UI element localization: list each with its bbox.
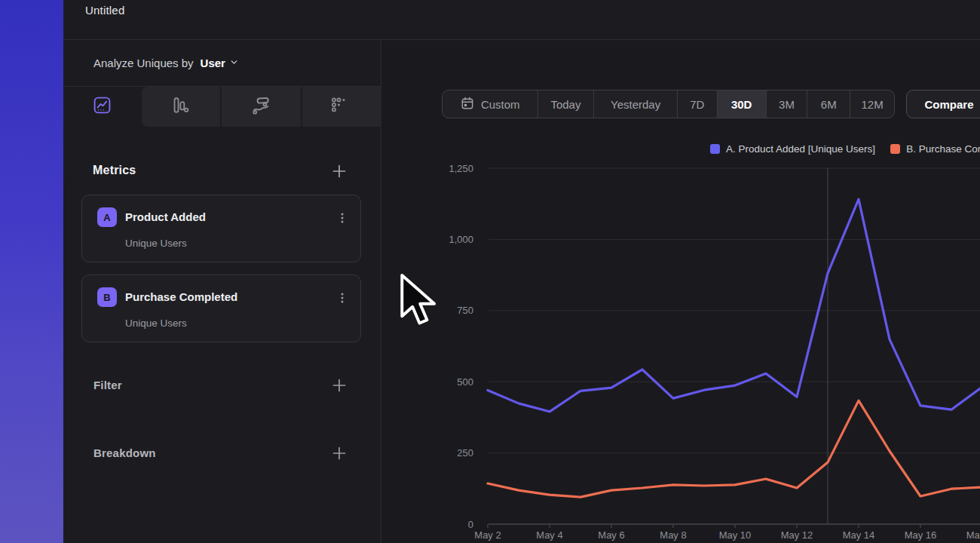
- compare-button[interactable]: Compare: [906, 90, 980, 118]
- metric-card-b[interactable]: B Purchase Completed Unique Users: [81, 275, 361, 342]
- analyze-row: Analyze Uniques by User: [93, 40, 239, 86]
- line-chart-icon: [92, 95, 112, 118]
- range-label: 12M: [862, 98, 884, 111]
- top-bar: Untitled: [63, 0, 980, 40]
- left-accent-strip: [0, 0, 63, 543]
- svg-text:May 8: May 8: [660, 529, 686, 541]
- svg-text:May 14: May 14: [843, 529, 875, 541]
- chart-panel: May 2May 4May 6May 8May 10May 12May 14Ma…: [381, 40, 980, 543]
- breakdown-section-label: Breakdown: [93, 446, 156, 459]
- metric-subtitle: Unique Users: [125, 318, 187, 329]
- metric-title: Purchase Completed: [125, 290, 237, 303]
- svg-text:May 2: May 2: [474, 529, 501, 541]
- svg-text:1,000: 1,000: [449, 234, 473, 245]
- legend-swatch: [710, 144, 720, 154]
- plus-icon: [331, 385, 348, 396]
- analyze-entity-dropdown[interactable]: User: [201, 57, 239, 69]
- range-yesterday[interactable]: Yesterday: [594, 90, 678, 118]
- app-root: Untitled Analyze Uniques by User: [0, 0, 980, 543]
- metric-subtitle: Unique Users: [125, 238, 187, 249]
- svg-text:1,250: 1,250: [449, 163, 473, 174]
- metric-options-kebab-icon[interactable]: [336, 212, 348, 224]
- tab-retention-dots[interactable]: [319, 87, 360, 127]
- range-custom[interactable]: Custom: [443, 90, 538, 118]
- legend-label: B. Purchase Completed [Unique Users]: [906, 143, 980, 155]
- tab-funnels-bar-chart[interactable]: [161, 87, 201, 127]
- query-sidebar: Analyze Uniques by User: [63, 40, 381, 543]
- svg-text:May 16: May 16: [905, 529, 937, 541]
- legend-swatch: [890, 144, 900, 154]
- svg-text:250: 250: [457, 447, 473, 459]
- svg-text:750: 750: [457, 305, 473, 316]
- range-label: 7D: [690, 98, 704, 111]
- svg-text:May 4: May 4: [536, 529, 562, 541]
- plus-icon: [331, 452, 348, 464]
- svg-text:May 6: May 6: [598, 529, 624, 541]
- metrics-section-label: Metrics: [93, 164, 136, 177]
- range-12m[interactable]: 12M: [850, 90, 894, 118]
- legend-item[interactable]: A. Product Added [Unique Users]: [710, 143, 875, 155]
- range-7d[interactable]: 7D: [678, 90, 718, 118]
- legend-item[interactable]: B. Purchase Completed [Unique Users]: [890, 143, 980, 155]
- metric-options-kebab-icon[interactable]: [336, 292, 348, 304]
- tab-flows[interactable]: [240, 87, 281, 127]
- filter-section-label: Filter: [93, 379, 122, 391]
- date-range-control: CustomTodayYesterday7D30D3M6M12M: [442, 90, 895, 118]
- svg-text:0: 0: [468, 519, 473, 530]
- range-label: Yesterday: [611, 98, 660, 111]
- tabstrip-divider: [220, 87, 222, 127]
- calendar-icon: [460, 96, 475, 113]
- metric-card-a[interactable]: A Product Added Unique Users: [81, 195, 361, 262]
- range-30d[interactable]: 30D: [718, 90, 767, 118]
- metric-title: Product Added: [125, 210, 206, 223]
- bar-chart-icon: [171, 96, 191, 118]
- range-label: 30D: [731, 98, 752, 111]
- analyze-label: Analyze Uniques by: [93, 57, 194, 69]
- range-3m[interactable]: 3M: [767, 90, 808, 118]
- plus-icon: [331, 170, 348, 182]
- svg-text:May 12: May 12: [781, 529, 813, 541]
- flows-icon: [251, 95, 271, 118]
- dots-grid-icon: [329, 96, 349, 118]
- metric-badge-b: B: [97, 287, 117, 307]
- legend-label: A. Product Added [Unique Users]: [726, 143, 875, 155]
- range-label: Custom: [481, 98, 520, 111]
- range-today[interactable]: Today: [538, 90, 595, 118]
- svg-text:500: 500: [457, 376, 473, 388]
- range-label: 6M: [821, 98, 837, 111]
- chart-legend: A. Product Added [Unique Users]B. Purcha…: [710, 143, 980, 155]
- tab-insights-line-chart[interactable]: [81, 87, 122, 127]
- range-label: 3M: [779, 98, 795, 111]
- range-6m[interactable]: 6M: [807, 90, 850, 118]
- svg-text:May 18: May 18: [966, 529, 980, 541]
- range-label: Today: [550, 98, 580, 111]
- analyze-entity-value: User: [201, 57, 225, 69]
- add-metric-button[interactable]: [331, 163, 348, 179]
- tabstrip-divider: [301, 87, 302, 127]
- report-title[interactable]: Untitled: [85, 4, 124, 17]
- add-filter-button[interactable]: [331, 377, 348, 394]
- svg-text:May 10: May 10: [719, 529, 752, 541]
- add-breakdown-button[interactable]: [331, 445, 348, 462]
- metric-badge-a: A: [97, 207, 117, 227]
- chevron-down-icon: [229, 57, 239, 69]
